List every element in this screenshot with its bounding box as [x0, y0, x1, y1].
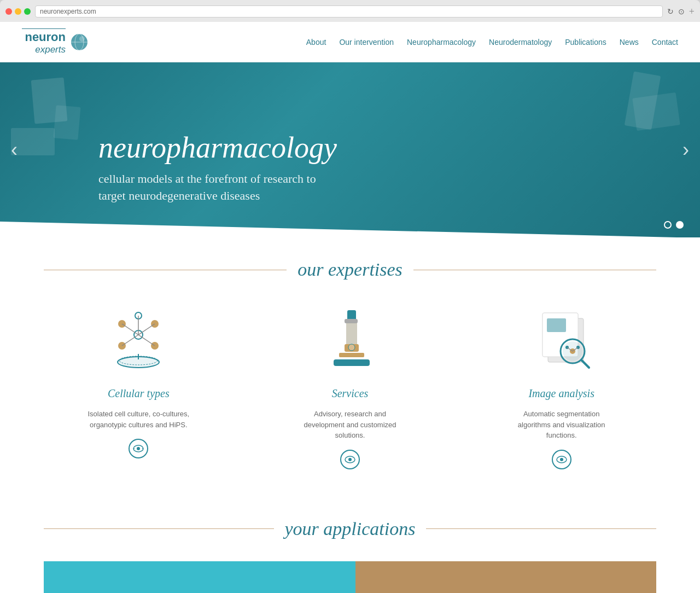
logo-neuron: neuron	[25, 30, 66, 44]
applications-preview	[44, 561, 656, 594]
expertises-title: our expertises	[44, 259, 656, 280]
svg-rect-39	[547, 318, 566, 332]
application-preview-right[interactable]	[355, 561, 656, 594]
hero-title: neuropharmacology	[98, 132, 602, 164]
cellular-types-icon	[100, 302, 177, 379]
svg-point-49	[560, 458, 563, 461]
services-icon	[312, 302, 388, 379]
reload-icon[interactable]: ↻	[667, 7, 674, 16]
website: neuron experts About Our intervention Ne…	[0, 22, 700, 593]
image-analysis-desc: Automatic segmentation algorithms and vi…	[507, 409, 616, 441]
nav-about[interactable]: About	[306, 38, 326, 46]
browser-chrome: neuronexperts.com ↻ ⊙ +	[0, 0, 700, 22]
nav-contact[interactable]: Contact	[652, 38, 678, 46]
download-icon[interactable]: ⊙	[678, 7, 685, 16]
image-analysis-link[interactable]	[552, 450, 571, 469]
svg-rect-29	[345, 319, 358, 323]
minimize-button[interactable]	[15, 8, 21, 15]
slider-dots	[664, 221, 684, 229]
expertise-grid: Cellular types Isolated cell culture, co…	[44, 302, 656, 469]
new-tab-button[interactable]: +	[689, 6, 695, 18]
svg-line-12	[122, 335, 138, 346]
section-applications: your applications	[0, 502, 700, 594]
nav-neuropharmacology[interactable]: Neuropharmacology	[407, 38, 476, 46]
logo-area[interactable]: neuron experts	[22, 28, 89, 55]
main-nav: About Our intervention Neuropharmacology…	[306, 38, 678, 46]
services-desc: Advisory, research and development and c…	[295, 409, 405, 441]
image-analysis-icon	[523, 302, 600, 379]
site-header: neuron experts About Our intervention Ne…	[0, 22, 700, 62]
svg-line-11	[138, 324, 155, 335]
browser-dots	[5, 8, 31, 15]
svg-point-28	[348, 344, 355, 351]
svg-rect-27	[334, 359, 370, 366]
services-name: Services	[332, 387, 369, 400]
slider-prev-button[interactable]: ‹	[11, 138, 18, 161]
nav-intervention[interactable]: Our intervention	[339, 38, 394, 46]
cellular-types-desc: Isolated cell culture, co-cultures, orga…	[84, 409, 193, 430]
svg-line-13	[138, 335, 155, 346]
svg-rect-24	[346, 320, 357, 347]
image-analysis-name: Image analysis	[528, 387, 594, 400]
services-link[interactable]	[340, 450, 360, 469]
expertise-image-analysis: Image analysis Automatic segmentation al…	[466, 302, 656, 469]
browser-toolbar: neuronexperts.com ↻ ⊙ +	[5, 5, 695, 22]
nav-news[interactable]: News	[620, 38, 639, 46]
svg-line-47	[581, 360, 589, 368]
cellular-types-link[interactable]	[129, 439, 148, 458]
logo-globe-icon	[70, 33, 89, 51]
nav-neurodermatology[interactable]: Neurodermatology	[489, 38, 552, 46]
applications-title: your applications	[44, 519, 656, 539]
expertise-cellular-types: Cellular types Isolated cell culture, co…	[44, 302, 234, 469]
logo-experts: experts	[35, 44, 66, 55]
hero-subtitle: cellular models at the forefront of rese…	[98, 171, 602, 205]
section-expertises: our expertises	[0, 237, 700, 502]
application-preview-left[interactable]	[44, 561, 355, 594]
address-text: neuronexperts.com	[40, 8, 96, 15]
address-bar[interactable]: neuronexperts.com	[35, 5, 663, 18]
svg-point-20	[137, 447, 140, 450]
svg-point-3	[79, 36, 85, 42]
svg-line-10	[122, 324, 138, 335]
close-button[interactable]	[5, 8, 12, 15]
slider-next-button[interactable]: ›	[682, 138, 689, 161]
slider-dot-1[interactable]	[664, 221, 672, 229]
svg-rect-26	[339, 353, 364, 357]
svg-point-31	[348, 458, 352, 461]
nav-publications[interactable]: Publications	[565, 38, 606, 46]
maximize-button[interactable]	[24, 8, 31, 15]
cellular-types-name: Cellular types	[108, 387, 170, 400]
hero-slider: neuropharmacology cellular models at the…	[0, 62, 700, 237]
expertise-services: Services Advisory, research and developm…	[255, 302, 445, 469]
slider-dot-2[interactable]	[676, 221, 684, 229]
hero-content: neuropharmacology cellular models at the…	[98, 132, 602, 205]
